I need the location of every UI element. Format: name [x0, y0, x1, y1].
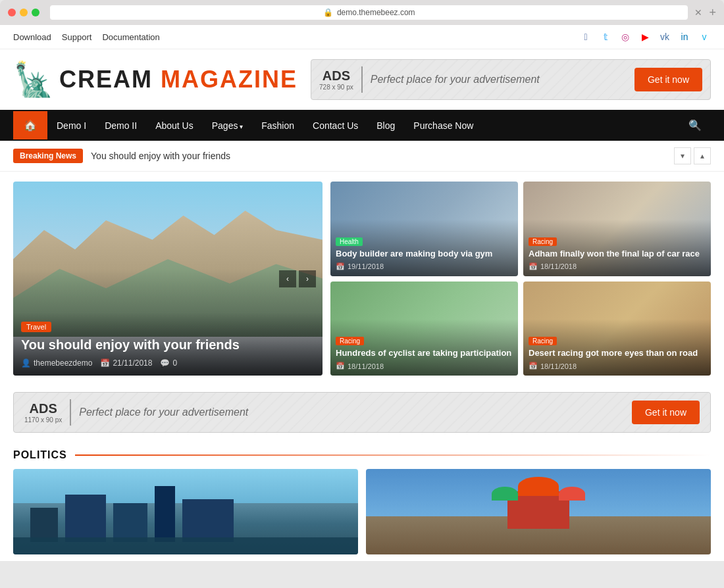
grid-card-2[interactable]: Racing Adham finally won the final lap o…	[523, 182, 711, 276]
grid-card-4[interactable]: Racing Desert racing got more eyes than …	[523, 282, 711, 376]
bottom-ad-banner[interactable]: ADS 1170 x 90 px Perfect place for your …	[13, 392, 711, 433]
hero-category: Travel	[21, 322, 51, 332]
logo-icon: 🗽	[13, 63, 54, 96]
logo-text: CREAM MAGAZINE	[59, 68, 297, 91]
nav-purchase[interactable]: Purchase Now	[404, 111, 482, 140]
bottom-ad-content: ADS 1170 x 90 px Perfect place for your …	[24, 399, 700, 426]
grid-card-4-content: Racing Desert racing got more eyes than …	[523, 329, 711, 376]
ad-divider	[361, 66, 363, 93]
calendar-icon: 📅	[100, 358, 110, 368]
twitter-icon[interactable]: 𝕥	[599, 30, 612, 43]
grid-card-4-date: 📅 18/11/2018	[529, 362, 706, 370]
support-link[interactable]: Support	[62, 32, 92, 42]
maximize-button[interactable]	[32, 9, 39, 16]
grid-card-1-content: Health Body builder are making body via …	[330, 230, 518, 276]
logo[interactable]: 🗽 CREAM MAGAZINE	[13, 63, 297, 96]
grid-card-1-category: Health	[336, 237, 363, 246]
hero-card[interactable]: ‹ › Travel You should enjoy with your fr…	[13, 182, 323, 376]
tab-close-icon[interactable]: ✕	[693, 7, 704, 18]
breaking-news-next[interactable]: ▴	[694, 147, 711, 164]
calendar-icon: 📅	[336, 362, 345, 370]
nav-blog[interactable]: Blog	[367, 111, 404, 140]
grid-card-1-title: Body builder are making body via gym	[336, 249, 513, 260]
search-icon[interactable]: 🔍	[679, 110, 711, 141]
close-button[interactable]	[8, 9, 16, 16]
nav-demo1[interactable]: Demo I	[47, 111, 95, 140]
linkedin-icon[interactable]: in	[678, 30, 691, 43]
breaking-news-text: You should enjoy with your friends	[91, 151, 666, 161]
bottom-ad-divider	[70, 399, 71, 426]
politics-grid	[13, 469, 711, 554]
nav-links: Demo I Demo II About Us Pages Fashion Co…	[47, 111, 482, 140]
grid-card-3-content: Racing Hundreds of cyclist are taking pa…	[330, 329, 518, 376]
nav-demo2[interactable]: Demo II	[95, 111, 146, 140]
grid-card-1-date: 📅 19/11/2018	[336, 262, 513, 271]
facebook-icon[interactable]: 	[579, 30, 592, 43]
grid-card-4-title: Desert racing got more eyes than on road	[529, 348, 706, 359]
documentation-link[interactable]: Documentation	[102, 32, 159, 42]
logo-magazine: MAGAZINE	[161, 66, 297, 93]
breaking-news-bar: Breaking News You should enjoy with your…	[0, 141, 724, 172]
nav-contact[interactable]: Contact Us	[303, 111, 367, 140]
politics-card-2-image	[366, 469, 711, 554]
hero-meta: 👤 themebeezdemo 📅 21/11/2018 💬 0	[21, 358, 315, 368]
grid-card-3-category: Racing	[336, 337, 364, 345]
hero-author: 👤 themebeezdemo	[21, 358, 92, 368]
top-bar: Download Support Documentation  𝕥 ◎ ▶ v…	[0, 25, 724, 49]
section-header: POLITICS	[13, 449, 711, 461]
grid-card-3-title: Hundreds of cyclist are taking participa…	[336, 348, 513, 359]
new-tab-button[interactable]: +	[709, 6, 716, 20]
grid-card-2-content: Racing Adham finally won the final lap o…	[523, 230, 711, 276]
comment-icon: 💬	[160, 358, 170, 368]
social-icons:  𝕥 ◎ ▶ vk in v	[579, 30, 711, 43]
hero-date: 📅 21/11/2018	[100, 358, 152, 368]
grid-card-2-date: 📅 18/11/2018	[529, 262, 706, 271]
breaking-news-nav: ▾ ▴	[674, 147, 711, 164]
header-ad-banner[interactable]: ADS 728 x 90 px Perfect place for your a…	[311, 59, 711, 100]
hero-overlay: Travel You should enjoy with your friend…	[13, 312, 323, 376]
politics-section: POLITICS	[0, 439, 724, 561]
politics-card-1[interactable]	[13, 469, 358, 554]
hero-title: You should enjoy with your friends	[21, 336, 315, 353]
url-text: demo.themebeez.com	[337, 8, 415, 17]
download-link[interactable]: Download	[13, 32, 51, 42]
vk-icon[interactable]: vk	[658, 30, 671, 43]
ad-get-it-now-button[interactable]: Get it now	[634, 68, 702, 91]
section-title: POLITICS	[13, 449, 67, 461]
nav-home-button[interactable]: 🏠	[13, 111, 47, 139]
window-controls	[8, 9, 39, 16]
hero-nav-buttons: ‹ ›	[279, 270, 316, 287]
logo-cream: CREAM	[59, 66, 153, 93]
breaking-news-badge: Breaking News	[13, 149, 83, 163]
hero-prev-button[interactable]: ‹	[279, 270, 296, 287]
vimeo-icon[interactable]: v	[698, 30, 711, 43]
politics-card-2[interactable]	[366, 469, 711, 554]
breaking-news-prev[interactable]: ▾	[674, 147, 691, 164]
grid-card-1[interactable]: Health Body builder are making body via …	[330, 182, 518, 276]
minimize-button[interactable]	[20, 9, 28, 16]
ad-label: ADS 728 x 90 px	[319, 68, 353, 91]
bottom-ad-btn[interactable]: Get it now	[632, 401, 700, 424]
main-navbar: 🏠 Demo I Demo II About Us Pages Fashion …	[0, 110, 724, 141]
politics-card-1-image	[13, 469, 358, 554]
url-bar[interactable]: 🔒 demo.themebeez.com	[50, 5, 688, 20]
lock-icon: 🔒	[323, 8, 333, 17]
instagram-icon[interactable]: ◎	[619, 30, 632, 43]
youtube-icon[interactable]: ▶	[638, 30, 652, 43]
nav-fashion[interactable]: Fashion	[252, 111, 303, 140]
grid-card-3[interactable]: Racing Hundreds of cyclist are taking pa…	[330, 282, 518, 376]
top-bar-links: Download Support Documentation	[13, 32, 160, 42]
browser-window: 🔒 demo.themebeez.com ✕ + Download Suppor…	[0, 0, 724, 561]
nav-pages[interactable]: Pages	[203, 111, 252, 140]
calendar-icon: 📅	[336, 262, 345, 271]
user-icon: 👤	[21, 358, 31, 368]
grid-card-2-category: Racing	[529, 237, 557, 246]
grid-cards: Health Body builder are making body via …	[330, 182, 711, 376]
hero-next-button[interactable]: ›	[299, 270, 316, 287]
calendar-icon: 📅	[529, 362, 538, 370]
hero-comments: 💬 0	[160, 358, 177, 368]
grid-card-3-date: 📅 18/11/2018	[336, 362, 513, 370]
site-header: 🗽 CREAM MAGAZINE ADS 728 x 90 px Perfect…	[0, 49, 724, 110]
grid-card-2-title: Adham finally won the final lap of car r…	[529, 249, 706, 260]
nav-about[interactable]: About Us	[146, 111, 203, 140]
